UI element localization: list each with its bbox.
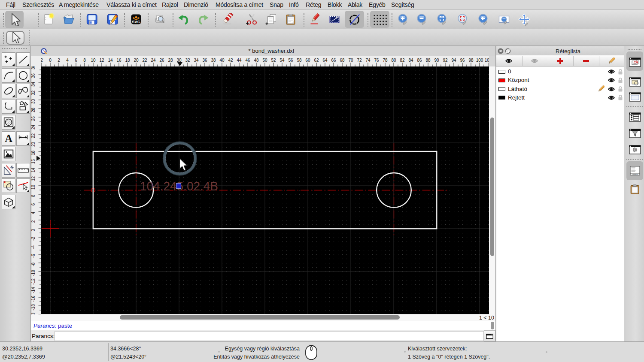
svg-text:-10: -10 [31,270,36,276]
svg-text:30: 30 [31,99,36,104]
svg-text:-6: -6 [31,254,36,258]
svg-text:102: 102 [485,58,489,63]
svg-text:32: 32 [31,90,36,96]
svg-text:64: 64 [322,58,328,63]
svg-text:34: 34 [31,82,36,87]
svg-text:16: 16 [116,58,122,63]
svg-text:2: 2 [41,58,43,63]
svg-text:-2: -2 [31,237,36,241]
svg-text:42: 42 [228,58,233,63]
svg-text:12: 12 [31,176,36,181]
svg-text:6: 6 [75,58,77,63]
svg-text:90: 90 [434,58,439,63]
svg-text:74: 74 [365,58,371,63]
svg-text:70: 70 [348,58,353,63]
svg-text:56: 56 [288,58,293,63]
svg-text:14: 14 [108,58,113,63]
svg-text:26: 26 [159,58,164,63]
svg-text:34: 34 [194,58,199,63]
svg-text:72: 72 [357,58,362,63]
svg-text:8: 8 [83,58,86,63]
svg-text:38: 38 [31,66,36,69]
svg-text:88: 88 [425,58,431,63]
svg-text:14: 14 [31,168,36,173]
svg-text:A: A [5,133,12,144]
svg-text:10: 10 [91,58,96,63]
svg-text:80: 80 [391,58,396,63]
svg-text:96: 96 [460,58,465,63]
svg-text:68: 68 [340,58,345,63]
svg-text:78: 78 [383,58,388,63]
svg-text:40: 40 [219,58,225,63]
svg-text:-16: -16 [31,296,36,302]
svg-text:22: 22 [31,133,36,139]
svg-text:0: 0 [49,58,52,63]
svg-text:86: 86 [417,58,422,63]
svg-text:38: 38 [211,58,216,63]
svg-text:48: 48 [254,58,259,63]
svg-text:18: 18 [31,151,36,156]
svg-text:10: 10 [31,185,36,190]
svg-text:4: 4 [31,211,36,214]
svg-text:62: 62 [314,58,319,63]
svg-text:32: 32 [185,58,190,63]
svg-text:-4: -4 [31,245,36,249]
svg-text:2: 2 [31,220,36,223]
svg-text:54: 54 [279,58,285,63]
svg-text:18: 18 [125,58,130,63]
svg-text:92: 92 [443,58,448,63]
svg-text:52: 52 [271,58,276,63]
svg-text:20: 20 [31,142,36,147]
svg-text:50: 50 [262,58,267,63]
svg-text:60: 60 [305,58,310,63]
svg-text:SVG: SVG [132,19,140,24]
svg-text:66: 66 [331,58,336,63]
svg-text:44: 44 [237,58,242,63]
svg-text:28: 28 [31,108,36,113]
svg-text:98: 98 [468,58,474,63]
svg-text:26: 26 [31,116,36,121]
svg-text:-18: -18 [31,304,36,311]
svg-text:0: 0 [31,229,36,231]
svg-text:84: 84 [408,58,413,63]
svg-text:20: 20 [134,58,139,63]
svg-text:94: 94 [451,58,456,63]
svg-text:22: 22 [142,58,147,63]
svg-text:comment: comment [632,174,638,175]
svg-text:16: 16 [31,159,36,164]
svg-text:46: 46 [245,58,250,63]
svg-text:-8: -8 [31,262,36,266]
svg-text:2: 2 [58,58,60,63]
svg-text:8: 8 [31,194,36,197]
svg-text:82: 82 [400,58,405,63]
svg-text:12: 12 [99,58,104,63]
svg-text:6: 6 [31,203,36,205]
svg-text:36: 36 [202,58,207,63]
svg-text:100: 100 [476,58,483,63]
svg-text:-12: -12 [31,278,36,285]
svg-text:24: 24 [31,125,36,130]
svg-text:76: 76 [374,58,379,63]
svg-text:28: 28 [168,58,173,63]
svg-text:4: 4 [66,58,69,63]
svg-text:58: 58 [297,58,302,63]
svg-text:24: 24 [151,58,156,63]
svg-text:-14: -14 [31,287,36,293]
svg-text:36: 36 [31,73,36,78]
